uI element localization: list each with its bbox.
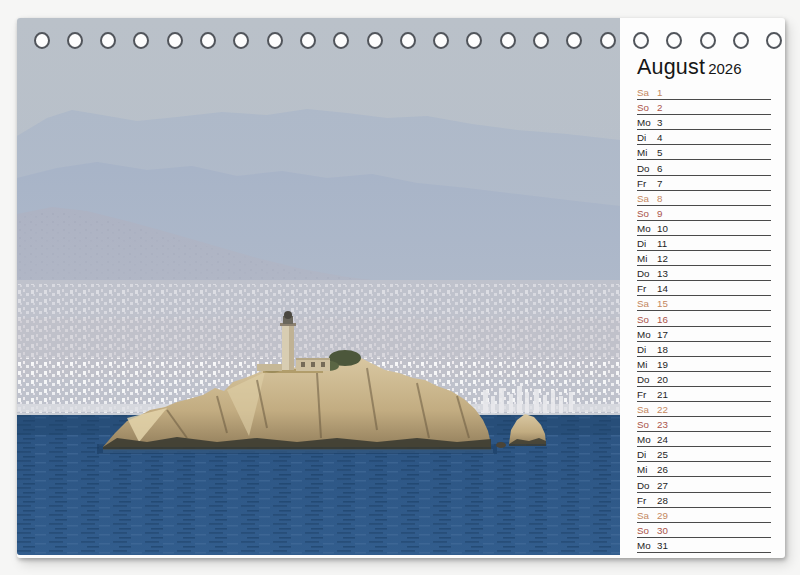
day-row: Sa 29 [637,508,771,523]
weekday-label: Do [637,163,657,174]
day-number: 20 [657,374,668,385]
weekday-label: Sa [637,298,657,309]
day-number: 2 [657,102,662,113]
day-row: Mi 12 [637,251,771,266]
binding-hole [700,32,716,49]
binding-hole [600,32,616,49]
weekday-label: Sa [637,87,657,98]
weekday-label: Di [637,344,657,355]
day-number: 10 [657,223,668,234]
weekday-label: Mo [637,329,657,340]
day-number: 4 [657,132,662,143]
day-number: 24 [657,434,668,445]
day-row: Do 27 [637,477,771,492]
day-number: 25 [657,449,668,460]
day-number: 16 [657,314,668,325]
weekday-label: Sa [637,193,657,204]
month-title: August2026 [637,55,771,83]
month-label: August [637,55,705,79]
binding-hole [67,32,83,49]
day-number: 1 [657,87,662,98]
day-number: 8 [657,193,662,204]
day-row: Di 4 [637,130,771,145]
day-number: 7 [657,178,662,189]
weekday-label: So [637,102,657,113]
day-row: Mi 26 [637,462,771,477]
weekday-label: Mo [637,434,657,445]
day-row: So 16 [637,311,771,326]
day-number: 30 [657,525,668,536]
day-row: Do 20 [637,372,771,387]
weekday-label: Di [637,449,657,460]
day-number: 28 [657,495,668,506]
day-row: Mi 5 [637,145,771,160]
day-row: Fr 7 [637,176,771,191]
binding-hole [267,32,283,49]
photo-area [17,18,620,555]
product-backdrop: August2026 Sa 1 So 2 Mo 3 Di 4 Mi 5 Do 6… [0,0,800,575]
day-row: Mo 3 [637,115,771,130]
weekday-label: Di [637,238,657,249]
day-number: 6 [657,163,662,174]
day-number: 5 [657,147,662,158]
weekday-label: Do [637,374,657,385]
weekday-label: Di [637,132,657,143]
day-row: So 23 [637,417,771,432]
weekday-label: Mi [637,253,657,264]
binding-hole [433,32,449,49]
day-number: 13 [657,268,668,279]
day-row: So 2 [637,100,771,115]
binding-hole [500,32,516,49]
day-row: Di 18 [637,342,771,357]
day-row: Mo 31 [637,538,771,553]
day-row: Fr 28 [637,493,771,508]
weekday-label: Fr [637,283,657,294]
weekday-label: So [637,208,657,219]
day-number: 9 [657,208,662,219]
binding-hole [766,32,782,49]
binding-hole [633,32,649,49]
binding-hole [733,32,749,49]
binding-hole [367,32,383,49]
day-row: Sa 1 [637,85,771,100]
weekday-label: Mo [637,223,657,234]
weekday-label: Sa [637,510,657,521]
day-number: 21 [657,389,668,400]
day-number: 26 [657,464,668,475]
weekday-label: Sa [637,404,657,415]
weekday-label: So [637,525,657,536]
weekday-label: Mi [637,359,657,370]
calendar-page: August2026 Sa 1 So 2 Mo 3 Di 4 Mi 5 Do 6… [17,18,785,558]
day-row: Sa 15 [637,296,771,311]
day-row: Fr 14 [637,281,771,296]
day-number: 18 [657,344,668,355]
day-number: 22 [657,404,668,415]
day-number: 14 [657,283,668,294]
binding-hole [34,32,50,49]
day-row: Do 13 [637,266,771,281]
day-row: Di 25 [637,447,771,462]
day-row: Sa 8 [637,191,771,206]
binding-hole [300,32,316,49]
binding-hole [200,32,216,49]
weekday-label: Fr [637,495,657,506]
binding-hole [400,32,416,49]
day-number: 19 [657,359,668,370]
day-row: Fr 21 [637,387,771,402]
landscape-photo [17,18,620,555]
day-number: 15 [657,298,668,309]
day-row: Mo 24 [637,432,771,447]
day-row: Mo 17 [637,327,771,342]
weekday-label: Do [637,480,657,491]
day-number: 29 [657,510,668,521]
year-label: 2026 [708,60,741,77]
day-row: Sa 22 [637,402,771,417]
binding-hole [100,32,116,49]
day-row: Do 6 [637,160,771,175]
weekday-label: Mo [637,117,657,128]
weekday-label: Mo [637,540,657,551]
day-number: 11 [657,238,667,249]
day-number: 23 [657,419,668,430]
day-row: Mi 19 [637,357,771,372]
weekday-label: So [637,314,657,325]
